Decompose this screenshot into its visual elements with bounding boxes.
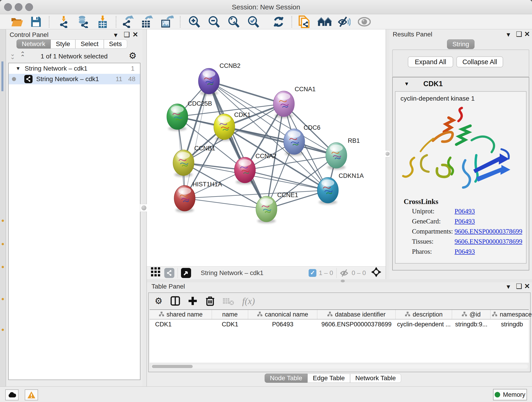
table-options-gear-icon[interactable]: ⚙ — [155, 297, 162, 305]
table-cell[interactable]: P06493 — [248, 319, 317, 329]
fit-selected-button[interactable] — [371, 267, 381, 279]
toolbar-separator — [180, 16, 181, 27]
export-image-button[interactable] — [160, 16, 174, 28]
open-session-button[interactable] — [11, 16, 23, 28]
column-header-shared-name[interactable]: shared name — [150, 310, 212, 319]
save-session-button[interactable] — [31, 16, 41, 28]
zoom-in-button[interactable] — [188, 16, 200, 28]
maximize-panel-button[interactable]: ❑ — [124, 31, 130, 38]
zoom-out-button[interactable] — [208, 16, 220, 28]
left-splitter[interactable] — [142, 29, 147, 386]
show-columns-icon[interactable] — [170, 296, 180, 306]
section-disclosure-icon[interactable]: ▼ — [404, 81, 409, 87]
memory-button[interactable]: Memory — [493, 389, 527, 400]
node-table-box: ⚙ f(x) sha — [148, 293, 531, 372]
network-row-selected[interactable]: String Network – cdk1 11 48 — [9, 74, 140, 84]
protein-node-CDKN1A[interactable]: CDKN1A — [317, 172, 364, 204]
column-header-database-identifier[interactable]: database identifier — [317, 310, 396, 319]
table-cell[interactable]: CDK1 — [150, 319, 212, 329]
tab-network[interactable]: Network — [17, 39, 51, 49]
zoom-selected-button[interactable] — [247, 16, 259, 28]
table-row[interactable]: CDK1CDK1P064939606.ENSP00000378699cyclin… — [150, 319, 529, 329]
string-copy-network-button[interactable] — [298, 16, 310, 28]
close-panel-button[interactable]: ✕ — [133, 31, 138, 38]
protein-node-CCNA1[interactable]: CCNA1 — [273, 86, 316, 118]
close-panel-button[interactable]: ✕ — [524, 283, 530, 290]
network-options-gear-icon[interactable]: ⚙ — [129, 51, 137, 60]
crosslink-link[interactable]: P06493 — [455, 207, 475, 215]
close-panel-button[interactable]: ✕ — [524, 31, 530, 38]
crosslink-link[interactable]: P06493 — [455, 248, 475, 255]
refresh-button[interactable] — [273, 16, 285, 28]
import-table-button[interactable] — [97, 16, 108, 28]
expand-all-button[interactable]: Expand All — [408, 56, 453, 67]
network-canvas[interactable]: CCNB2CCNA1CDC25BCDK1CDC6RB1CCNB1CCNA2CDK… — [147, 29, 386, 266]
string-settings-sphere-button[interactable] — [358, 16, 371, 28]
selected-checkbox[interactable]: ✓ — [309, 269, 317, 277]
right-splitter[interactable] — [386, 29, 389, 279]
horizontal-splitter[interactable] — [147, 279, 532, 282]
table-panel: Table Panel ▼ ❑ ✕ ⚙ — [147, 282, 532, 386]
add-column-icon[interactable] — [188, 296, 198, 306]
zoom-fit-button[interactable] — [228, 16, 240, 28]
float-panel-button[interactable]: ▼ — [505, 32, 511, 38]
import-network-database-button[interactable] — [77, 16, 90, 28]
protein-node-RB1[interactable]: RB1 — [326, 137, 360, 170]
scrollbar-thumb[interactable] — [152, 365, 193, 368]
column-header-canonical-name[interactable]: canonical name — [248, 310, 317, 319]
float-panel-button[interactable]: ▼ — [505, 284, 511, 290]
string-home-button[interactable] — [317, 16, 332, 28]
network-share-button[interactable] — [164, 268, 174, 278]
import-network-file-button[interactable] — [58, 16, 70, 28]
table-cell[interactable]: cyclin-dependent ... — [396, 319, 452, 329]
edge[interactable] — [209, 81, 284, 104]
protein-node-CCNB1[interactable]: CCNB1 — [173, 145, 215, 177]
string-network-graph[interactable]: CCNB2CCNA1CDC25BCDK1CDC6RB1CCNB1CCNA2CDK… — [147, 29, 386, 266]
table-horizontal-scrollbar[interactable] — [151, 364, 528, 369]
table-cell[interactable]: 9606.ENSP00000378699 — [317, 319, 396, 329]
tab-network-table[interactable]: Network Table — [350, 374, 401, 383]
edge[interactable] — [245, 170, 328, 190]
tab-string[interactable]: String — [447, 39, 475, 49]
collapse-all-button[interactable]: Collapse All — [456, 56, 503, 67]
tab-node-table[interactable]: Node Table — [265, 374, 307, 383]
export-network-button[interactable] — [122, 16, 134, 28]
tab-edge-table[interactable]: Edge Table — [307, 374, 350, 383]
edge[interactable] — [185, 198, 266, 209]
cloud-status-button[interactable] — [5, 389, 19, 400]
column-header-@id[interactable]: @id — [452, 310, 491, 319]
tab-style[interactable]: Style — [51, 39, 75, 49]
collection-disclosure-icon[interactable]: ▼ — [16, 65, 21, 71]
tab-sets[interactable]: Sets — [104, 39, 127, 49]
grid-view-button[interactable] — [151, 267, 161, 279]
column-header-name[interactable]: name — [212, 310, 248, 319]
current-network-dot — [12, 77, 16, 81]
delete-column-icon[interactable] — [206, 296, 215, 306]
horizontal-splitter-handle[interactable] — [341, 280, 345, 282]
gene-section-header[interactable]: ▼ CDK1 — [393, 77, 529, 90]
edge[interactable] — [209, 81, 266, 209]
table-cell[interactable]: stringdb — [491, 319, 532, 329]
table-cell[interactable]: stringdb:9... — [452, 319, 491, 329]
maximize-panel-button[interactable]: ❑ — [516, 283, 522, 290]
birdseye-toggle-button[interactable] — [181, 268, 191, 278]
string-hide-glass-button[interactable] — [338, 16, 351, 28]
network-collection-row[interactable]: ▼ String Network – cdk1 1 — [9, 63, 140, 74]
protein-node-CDC6[interactable]: CDC6 — [284, 124, 321, 156]
tab-select[interactable]: Select — [75, 39, 104, 49]
float-panel-button[interactable]: ▼ — [113, 32, 119, 38]
table-cell[interactable]: CDK1 — [212, 319, 248, 329]
protein-node-CCNE1[interactable]: CCNE1 — [256, 191, 298, 223]
crosslink-link[interactable]: 9606.ENSP00000378699 — [455, 238, 522, 245]
hierarchy-icon — [405, 311, 410, 318]
export-table-button[interactable] — [141, 16, 153, 28]
crosslink-link[interactable]: 9606.ENSP00000378699 — [455, 228, 522, 235]
crosslink-link[interactable]: P06493 — [455, 217, 475, 225]
crosslink-label: GeneCard: — [412, 217, 441, 225]
maximize-panel-button[interactable]: ❑ — [516, 31, 522, 38]
left-splitter-handle[interactable] — [140, 204, 148, 212]
warnings-button[interactable] — [25, 389, 38, 400]
column-header-description[interactable]: description — [396, 310, 452, 319]
column-header-namespace[interactable]: namespace — [491, 310, 532, 319]
node-label: CCNB1 — [194, 145, 215, 152]
